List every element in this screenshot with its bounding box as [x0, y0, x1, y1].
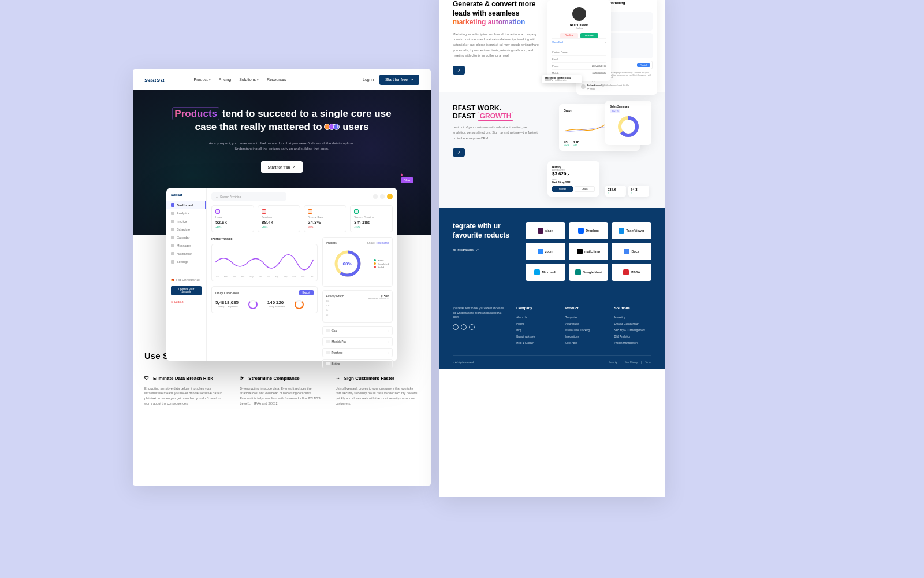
legal-link[interactable]: Terms — [645, 361, 651, 364]
social-icon[interactable] — [469, 324, 475, 330]
setting-row[interactable]: Setting› — [322, 359, 393, 368]
sidebar-item-analytics[interactable]: Analytics — [166, 209, 206, 217]
work-body: best out of your customer-with robust au… — [453, 125, 539, 141]
feature-card: ⟳Streamline ComplianceBy encrypting in-s… — [240, 376, 323, 406]
integration-card[interactable]: mailchimp — [569, 243, 609, 260]
export-button[interactable]: Export — [299, 290, 314, 295]
footer-link[interactable]: Click Apps — [565, 340, 603, 346]
footer-link[interactable]: Templates — [565, 314, 603, 321]
hero-title: Products tend to succeed to a single cor… — [172, 108, 392, 134]
integration-card[interactable]: Docs — [612, 243, 651, 260]
search-input[interactable]: ⌕Search Anything — [211, 192, 286, 201]
work-title: RFAST WORK. DFAST GROWTH — [453, 104, 539, 120]
footer-link[interactable]: Branding Assets — [516, 334, 554, 340]
sidebar-item-dashboard[interactable]: Dashboard — [166, 201, 206, 209]
setting-row[interactable]: Monthly Pay› — [322, 337, 393, 346]
sidebar-item-schedule[interactable]: Schedule — [166, 225, 206, 234]
footer-link[interactable]: Integrations — [565, 334, 603, 340]
logo[interactable]: saasa — [144, 76, 165, 83]
footer-link[interactable]: Native Time Tracking — [565, 327, 603, 334]
stats-row: Users52.6k+15%Sessions88.4k+34%Bounce Ra… — [211, 205, 393, 232]
user-avatar[interactable] — [387, 194, 393, 199]
hero-cta-button[interactable]: Start for free↗ — [261, 161, 303, 173]
nav-product[interactable]: Product▾ — [194, 77, 211, 81]
mini-stat: 64.3↑ — [628, 186, 649, 197]
features-artboard: Generate & convert more leads with seaml… — [439, 0, 665, 497]
projects-card: Projects Show: This month 60% ActiveComp… — [322, 237, 393, 287]
integration-card[interactable]: Microsoft — [526, 264, 565, 281]
you-label: You — [401, 177, 413, 183]
footer-link[interactable]: Automatons — [565, 321, 603, 327]
marketing-cta[interactable]: ↗ — [453, 66, 465, 75]
footer-link[interactable]: Security & IT Management — [614, 327, 651, 334]
nav-pricing[interactable]: Pricing — [219, 77, 231, 81]
integration-card[interactable]: TeamViewer — [612, 222, 651, 239]
chevron-down-icon: ▾ — [257, 78, 259, 81]
work-cta[interactable]: ↗ — [453, 148, 465, 157]
cursor-icon: ➤ — [400, 172, 404, 177]
answer-button[interactable]: Answer — [580, 33, 598, 38]
feature-card: →Sign Customers FasterUsing Evervault pr… — [336, 376, 419, 406]
publish-button[interactable]: Publish — [637, 63, 650, 67]
cta-start-free[interactable]: Start for free↗ — [379, 75, 419, 85]
footer-link[interactable]: Marketing — [614, 314, 651, 321]
daily-stat: 8,085Expected — [227, 300, 239, 309]
receipt-button[interactable]: Receipt — [552, 186, 573, 192]
contact-card: Noor Hossain Calling Decline Answer Open… — [547, 0, 611, 81]
integration-card[interactable]: MEGA — [612, 264, 651, 281]
footer-link[interactable]: Help & Support — [516, 340, 554, 346]
setting-row[interactable]: Purchase› — [322, 348, 393, 357]
social-icon[interactable] — [461, 324, 467, 330]
legal-link[interactable]: Your Privacy — [625, 361, 638, 364]
chevron-down-icon: ▾ — [209, 78, 211, 81]
bell-icon[interactable] — [380, 194, 385, 199]
show-filter[interactable]: Show: This month — [367, 241, 389, 244]
workflow-section: RFAST WORK. DFAST GROWTH best out of you… — [439, 92, 665, 208]
sidebar-item-invoice[interactable]: Invoice — [166, 217, 206, 225]
setting-row[interactable]: Goal› — [322, 326, 393, 335]
decline-button[interactable]: Decline — [560, 33, 578, 38]
projects-donut: 60% — [333, 249, 362, 278]
integration-card[interactable]: zoom — [526, 243, 565, 260]
footer-link[interactable]: BI & Analytics — [614, 334, 651, 340]
logout-button[interactable]: ⎋Logout — [171, 300, 202, 303]
sidebar-item-notification[interactable]: Notification — [166, 250, 206, 258]
sidebar-item-settings[interactable]: Settings — [166, 258, 206, 266]
footer-link[interactable]: About Us — [516, 314, 554, 321]
legal-link[interactable]: Security — [609, 361, 617, 364]
social-icon[interactable] — [453, 324, 459, 330]
sidebar-item-calendar[interactable]: Calendar — [166, 234, 206, 242]
search-icon: ⌕ — [216, 195, 218, 198]
message-icon — [171, 244, 174, 247]
upgrade-button[interactable]: Upgrade your account — [171, 286, 202, 295]
integrations-link[interactable]: all Integrations↗ — [453, 248, 516, 251]
deal-dropdown[interactable]: Open Deal▾ — [552, 38, 606, 45]
contact-field: Email — [552, 55, 606, 62]
integrations-title: tegrate with ur favourite roducts — [453, 222, 516, 240]
comment: Esther Howard @Esther Howard sent this f… — [581, 84, 653, 90]
integration-card[interactable]: slack — [526, 222, 565, 239]
mini-stat: 238.6↑ — [605, 186, 626, 197]
footer-link[interactable]: Blog — [516, 327, 554, 334]
footer-link[interactable]: Pricing — [516, 321, 554, 327]
nav-solutions[interactable]: Solutions▾ — [239, 77, 259, 81]
mail-icon[interactable] — [373, 194, 378, 199]
feature-card: 🛡Eliminate Data Breach RiskEncrypting se… — [144, 376, 228, 406]
performance-chart: JanFebMarAprMayJunJulAugSepOctNovDec — [211, 244, 318, 281]
gear-icon — [171, 260, 174, 264]
contact-field: Phone202-555-0177 — [552, 62, 606, 69]
integration-card[interactable]: Dropbox — [569, 222, 609, 239]
marketing-title: Generate & convert more leads with seaml… — [453, 0, 539, 27]
gift-banner: 🎁Free Gift Awaits You! — [171, 279, 202, 281]
footer: you never want to feel you weren't shown… — [439, 295, 665, 369]
details-button[interactable]: Details — [575, 186, 595, 192]
footer-desc: you never want to feel you weren't shown… — [453, 306, 505, 320]
footer-link[interactable]: Email & Collaboration — [614, 321, 651, 327]
hero-subtitle: As a prospect, you never want to feel un… — [207, 141, 357, 152]
bell-icon — [171, 252, 174, 255]
login-link[interactable]: Log in — [363, 77, 374, 81]
integration-card[interactable]: Google Meet — [569, 264, 609, 281]
sidebar-item-messages[interactable]: Messages — [166, 242, 206, 250]
footer-link[interactable]: Project Management — [614, 340, 651, 346]
nav-resources[interactable]: Resources — [267, 77, 286, 81]
